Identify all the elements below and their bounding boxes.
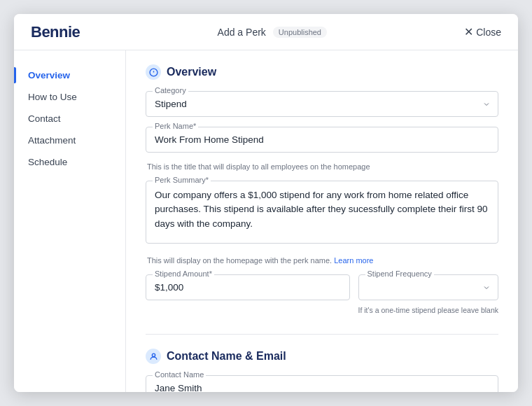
close-icon: ✕ [464, 25, 473, 38]
contact-icon [146, 349, 161, 364]
contact-title: Contact Name & Email [167, 350, 286, 363]
contact-section: Contact Name & Email Contact Name Is the… [146, 349, 498, 392]
header: Bennie Add a Perk Unpublished ✕ Close [14, 14, 518, 50]
close-label: Close [476, 27, 501, 38]
sidebar-item-how-to-use[interactable]: How to Use [14, 86, 125, 108]
close-button[interactable]: ✕ Close [464, 25, 501, 38]
sidebar-item-label: Contact [28, 113, 61, 124]
svg-point-3 [152, 354, 155, 356]
overview-section-header: Overview [146, 64, 498, 80]
stipend-amount-input[interactable] [146, 274, 350, 300]
perk-summary-hint: This will display on the homepage with t… [146, 256, 498, 265]
overview-title: Overview [167, 66, 216, 78]
perk-name-hint: This is the title that will display to a… [146, 162, 498, 171]
stipend-frequency-hint: If it's a one-time stipend please leave … [358, 306, 498, 314]
perk-summary-group: Perk Summary* Our company offers a $1,00… [146, 181, 498, 246]
header-center: Add a Perk Unpublished [218, 27, 327, 38]
app-window: Bennie Add a Perk Unpublished ✕ Close Ov… [14, 14, 518, 392]
perk-summary-textarea[interactable]: Our company offers a $1,000 stipend for … [146, 181, 498, 244]
stipend-frequency-label: Stipend Frequency [365, 270, 434, 278]
category-select[interactable]: Stipend Discount Reimbursement Other [146, 91, 498, 117]
header-title: Add a Perk [218, 27, 266, 38]
category-label: Category [153, 86, 188, 94]
perk-name-label: Perk Name* [153, 122, 198, 130]
contact-name-group: Contact Name [146, 375, 498, 392]
logo: Bennie [31, 23, 80, 41]
perk-name-input[interactable] [146, 127, 498, 153]
sidebar-item-label: Attachment [28, 135, 76, 146]
perk-name-group: Perk Name* [146, 127, 498, 153]
perk-summary-label: Perk Summary* [153, 176, 211, 184]
sidebar-item-label: Overview [28, 70, 70, 80]
stipend-frequency-group: Stipend Frequency Monthly Annually One-t… [358, 274, 498, 314]
sidebar-item-label: How to Use [28, 92, 77, 102]
contact-section-header: Contact Name & Email [146, 349, 498, 364]
stipend-amount-label: Stipend Amount* [153, 270, 214, 278]
sidebar-item-overview[interactable]: Overview [14, 64, 125, 86]
status-badge: Unpublished [273, 27, 327, 38]
stipend-frequency-form-group: Stipend Frequency Monthly Annually One-t… [358, 274, 498, 300]
section-divider [146, 334, 498, 335]
stipend-frequency-select[interactable]: Monthly Annually One-time [358, 274, 498, 300]
body: Overview How to Use Contact Attachment S… [14, 50, 518, 392]
sidebar-item-label: Schedule [28, 157, 67, 167]
sidebar-item-schedule[interactable]: Schedule [14, 151, 125, 173]
overview-icon [146, 64, 161, 80]
learn-more-link[interactable]: Learn more [334, 256, 373, 265]
main-content: Overview Category Stipend Discount Reimb… [126, 50, 518, 392]
sidebar-item-attachment[interactable]: Attachment [14, 130, 125, 151]
sidebar: Overview How to Use Contact Attachment S… [14, 50, 126, 392]
category-group: Category Stipend Discount Reimbursement … [146, 91, 498, 117]
sidebar-item-contact[interactable]: Contact [14, 108, 125, 130]
contact-name-label: Contact Name [153, 370, 206, 379]
overview-section: Overview Category Stipend Discount Reimb… [146, 64, 498, 314]
stipend-amount-group: Stipend Amount* [146, 274, 350, 300]
stipend-row: Stipend Amount* Stipend Frequency Monthl… [146, 274, 498, 314]
